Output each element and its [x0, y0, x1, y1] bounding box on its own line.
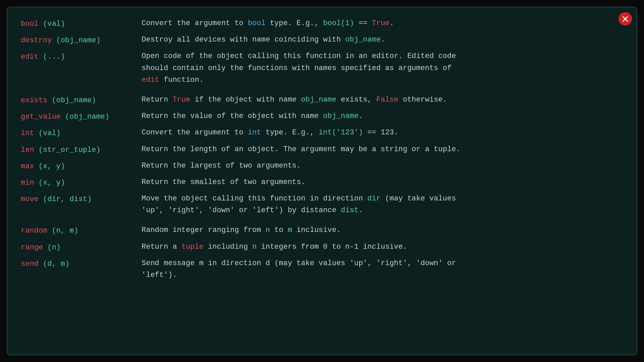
fn-params-edit: (...): [39, 53, 65, 61]
kw-n-range: n: [252, 243, 257, 251]
fn-name-edit: edit: [21, 53, 39, 61]
entry-len: len (str_or_tuple) Return the length of …: [21, 143, 623, 156]
kw-obj-name-getval: obj_name: [323, 112, 359, 120]
desc-min: Return the smallest of two arguments.: [142, 176, 623, 188]
ex-bool-call: bool(1): [323, 19, 354, 27]
desc-random: Random integer ranging from n to m inclu…: [142, 224, 623, 236]
kw-n-random: n: [266, 226, 270, 234]
desc-move: Move the object calling this function in…: [142, 193, 623, 216]
entry-max: max (x, y) Return the largest of two arg…: [21, 160, 623, 172]
kw-obj-name-exists: obj_name: [301, 96, 336, 104]
fn-name-min: min: [21, 179, 34, 187]
kw-dir: dir: [367, 194, 381, 203]
fn-params-destroy: (obj_name): [52, 36, 100, 45]
fn-params-exists: (obj_name): [47, 96, 96, 105]
fn-params-move: (dir, dist): [39, 195, 92, 203]
desc-send: Send message m in direction d (may take …: [142, 257, 623, 281]
entry-get-value: get_value (obj_name) Return the value of…: [21, 110, 623, 123]
fn-name-range: range: [21, 243, 43, 252]
entry-destroy: destroy (obj_name) Destroy all devices w…: [21, 34, 623, 46]
entry-int: int (val) Convert the argument to int ty…: [21, 127, 623, 139]
fn-params-max: (x, y): [34, 162, 65, 171]
desc-destroy: Destroy all devices with name coinciding…: [142, 34, 623, 46]
ex-bool-result: True: [372, 19, 390, 27]
fn-name-len: len: [21, 146, 34, 154]
fn-name-bool: bool: [21, 20, 39, 28]
entry-random: random (n, m) Random integer ranging fro…: [21, 224, 623, 237]
entry-range: range (n) Return a tuple including n int…: [21, 241, 623, 253]
kw-false-exists: False: [376, 96, 398, 104]
desc-exists: Return True if the object with name obj_…: [142, 94, 623, 106]
desc-len: Return the length of an object. The argu…: [142, 143, 623, 155]
ex-int-call: int('123'): [319, 128, 363, 137]
kw-int: int: [248, 128, 261, 137]
fn-name-exists: exists: [21, 96, 47, 105]
kw-tuple-range: tuple: [181, 243, 204, 251]
entry-edit: edit (...) Open code of the object calli…: [21, 50, 623, 86]
desc-get-value: Return the value of the object with name…: [142, 110, 623, 122]
kw-obj-name-destroy: obj_name: [345, 36, 381, 44]
fn-params-min: (x, y): [34, 179, 65, 187]
fn-params-range: (n): [43, 243, 61, 252]
entry-send: send (d, m) Send message m in direction …: [21, 257, 623, 281]
fn-name-int: int: [21, 129, 34, 137]
kw-dist: dist: [341, 206, 359, 215]
content-area: bool (val) Convert the argument to bool …: [21, 17, 623, 281]
kw-true-exists: True: [172, 96, 190, 104]
entry-move: move (dir, dist) Move the object calling…: [21, 193, 623, 216]
entry-exists: exists (obj_name) Return True if the obj…: [21, 94, 623, 106]
fn-name-destroy: destroy: [21, 36, 52, 45]
fn-params-bool: (val): [39, 20, 65, 28]
fn-params-get-value: (obj_name): [61, 113, 109, 121]
fn-params-len: (str_or_tuple): [34, 146, 101, 154]
desc-bool: Convert the argument to bool type. E.g.,…: [142, 17, 623, 29]
entry-min: min (x, y) Return the smallest of two ar…: [21, 176, 623, 189]
fn-name-max: max: [21, 162, 34, 171]
desc-int: Convert the argument to int type. E.g., …: [142, 127, 623, 138]
fn-name-send: send: [21, 260, 39, 268]
kw-edit: edit: [142, 76, 159, 84]
kw-bool: bool: [248, 19, 266, 27]
entry-bool: bool (val) Convert the argument to bool …: [21, 17, 623, 30]
close-button[interactable]: [619, 12, 632, 25]
fn-name-move: move: [21, 195, 39, 203]
fn-params-int: (val): [34, 129, 61, 137]
docs-container: bool (val) Convert the argument to bool …: [7, 7, 637, 355]
fn-name-random: random: [21, 227, 47, 235]
desc-edit: Open code of the object calling this fun…: [142, 50, 623, 86]
desc-range: Return a tuple including n integers from…: [142, 241, 623, 253]
desc-max: Return the largest of two arguments.: [142, 160, 623, 172]
fn-params-random: (n, m): [47, 227, 78, 235]
fn-name-get-value: get_value: [21, 113, 61, 121]
fn-params-send: (d, m): [39, 260, 69, 268]
kw-m-random: m: [288, 226, 292, 234]
